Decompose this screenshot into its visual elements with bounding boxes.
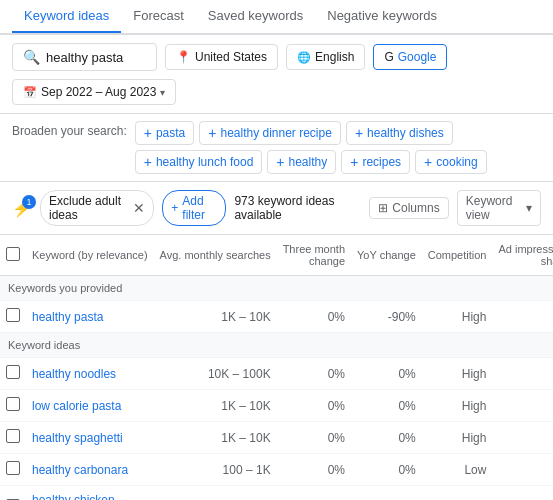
row-checkbox[interactable] [6,429,20,443]
filter-icon-with-badge[interactable]: ⚡ 1 [12,199,32,218]
date-filter[interactable]: 📅 Sep 2022 – Aug 2023 ▾ [12,79,176,105]
yoy-cell: -90% [351,301,422,333]
select-all-checkbox[interactable] [6,247,20,261]
broaden-tag-recipes[interactable]: +recipes [341,150,410,174]
ad-impression-cell: — [492,390,553,422]
yoy-cell: 0% [351,390,422,422]
keyword-cell[interactable]: low calorie pasta [26,390,154,422]
th-ad-impression[interactable]: Ad impressionshare [492,235,553,276]
location-icon: 📍 [176,50,191,64]
platform-filter[interactable]: G Google [373,44,447,70]
search-input-wrap[interactable]: 🔍 [12,43,157,71]
table-wrap: Keyword (by relevance) Avg. monthly sear… [0,235,553,500]
keywords-table: Keyword (by relevance) Avg. monthly sear… [0,235,553,500]
monthly-searches-cell: 1K – 10K [154,422,277,454]
ad-impression-cell: — [492,454,553,486]
ad-impression-cell: — [492,358,553,390]
tab-negative-keywords[interactable]: Negative keywords [315,0,449,33]
chevron-down-icon: ▾ [160,87,165,98]
th-yoy[interactable]: YoY change [351,235,422,276]
competition-cell: High [422,301,493,333]
columns-label: Columns [392,201,439,215]
competition-cell: Low [422,486,493,501]
broaden-tag-healthy[interactable]: +healthy [267,150,336,174]
broaden-tag-pasta[interactable]: +pasta [135,121,195,145]
broaden-tag-cooking[interactable]: +cooking [415,150,487,174]
location-filter[interactable]: 📍 United States [165,44,278,70]
yoy-cell: 0% [351,358,422,390]
google-icon: G [384,50,393,64]
keyword-view-button[interactable]: Keyword view ▾ [457,190,541,226]
calendar-icon: 📅 [23,86,37,99]
table-row: healthy pasta1K – 10K0%-90%High— [0,301,553,333]
th-three-month[interactable]: Three monthchange [277,235,351,276]
row-checkbox[interactable] [6,365,20,379]
yoy-cell: 0% [351,486,422,501]
chevron-down-icon: ▾ [526,201,532,215]
plus-icon: + [276,154,284,170]
search-bar: 🔍 📍 United States 🌐 English G Google 📅 S… [0,35,553,114]
three-month-cell: 0% [277,454,351,486]
table-row: healthy noodles10K – 100K0%0%High— [0,358,553,390]
plus-icon: + [144,154,152,170]
language-icon: 🌐 [297,51,311,64]
exclude-adult-label: Exclude adult ideas [49,194,127,222]
three-month-cell: 0% [277,358,351,390]
row-checkbox[interactable] [6,397,20,411]
ad-impression-cell: — [492,301,553,333]
exclude-adult-chip[interactable]: Exclude adult ideas ✕ [40,190,154,226]
th-monthly[interactable]: Avg. monthly searches [154,235,277,276]
row-checkbox[interactable] [6,308,20,322]
competition-cell: Low [422,454,493,486]
add-filter-button[interactable]: + Add filter [162,190,226,226]
toolbar: ⚡ 1 Exclude adult ideas ✕ + Add filter 9… [0,182,553,235]
tab-keyword-ideas[interactable]: Keyword ideas [12,0,121,33]
table-section-header: Keywords you provided [0,276,553,301]
broaden-tag-healthy-lunch-food[interactable]: +healthy lunch food [135,150,263,174]
filter-badge: 1 [22,195,36,209]
plus-icon: + [144,125,152,141]
columns-button[interactable]: ⊞ Columns [369,197,448,219]
broaden-tag-healthy-dinner-recipe[interactable]: +healthy dinner recipe [199,121,341,145]
keyword-count: 973 keyword ideas available [234,194,353,222]
monthly-searches-cell: 1K – 10K [154,390,277,422]
monthly-searches-cell: 1K – 10K [154,486,277,501]
table-row: healthy spaghetti1K – 10K0%0%High— [0,422,553,454]
columns-icon: ⊞ [378,201,388,215]
tab-saved-keywords[interactable]: Saved keywords [196,0,315,33]
yoy-cell: 0% [351,422,422,454]
add-icon: + [171,201,178,215]
broaden-tag-healthy-dishes[interactable]: +healthy dishes [346,121,453,145]
keyword-cell[interactable]: healthy chicken alfredo [26,486,154,501]
keyword-cell[interactable]: healthy carbonara [26,454,154,486]
row-checkbox[interactable] [6,461,20,475]
search-input[interactable] [46,50,146,65]
close-icon[interactable]: ✕ [133,200,145,216]
broaden-tags: +pasta +healthy dinner recipe +healthy d… [135,121,541,174]
th-checkbox [0,235,26,276]
th-competition[interactable]: Competition [422,235,493,276]
table-row: healthy carbonara100 – 1K0%0%Low— [0,454,553,486]
monthly-searches-cell: 100 – 1K [154,454,277,486]
broaden-label: Broaden your search: [12,121,127,138]
th-keyword[interactable]: Keyword (by relevance) [26,235,154,276]
tab-forecast[interactable]: Forecast [121,0,196,33]
plus-icon: + [424,154,432,170]
keyword-cell[interactable]: healthy pasta [26,301,154,333]
keyword-cell[interactable]: healthy spaghetti [26,422,154,454]
broaden-search: Broaden your search: +pasta +healthy din… [0,114,553,182]
add-filter-label: Add filter [182,194,217,222]
three-month-cell: 0% [277,301,351,333]
monthly-searches-cell: 1K – 10K [154,301,277,333]
plus-icon: + [208,125,216,141]
tabs-bar: Keyword ideas Forecast Saved keywords Ne… [0,0,553,35]
yoy-cell: 0% [351,454,422,486]
table-row: healthy chicken alfredo1K – 10K0%0%Low— [0,486,553,501]
three-month-cell: 0% [277,486,351,501]
keyword-cell[interactable]: healthy noodles [26,358,154,390]
plus-icon: + [350,154,358,170]
competition-cell: High [422,358,493,390]
language-filter[interactable]: 🌐 English [286,44,365,70]
ad-impression-cell: — [492,486,553,501]
monthly-searches-cell: 10K – 100K [154,358,277,390]
